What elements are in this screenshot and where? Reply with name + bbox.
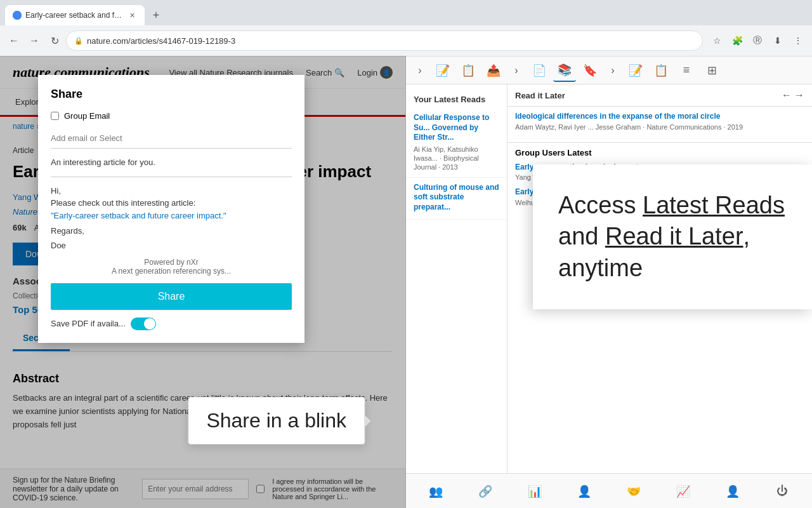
share-regards: Regards, [51, 226, 292, 236]
share-message: An interesting article for you. [51, 156, 292, 177]
tab-title: Early-career setback and future c... [25, 11, 123, 20]
bookmark-icon[interactable]: ☆ [708, 32, 726, 50]
latest-reads-title: Your Latest Reads [406, 90, 507, 108]
browser-chrome: Early-career setback and future c... ✕ +… [0, 0, 812, 57]
nav-bar: ← → ↻ 🔒 nature.com/articles/s41467-019-1… [0, 25, 812, 56]
article-reference-link[interactable]: "Early-career setback and future career … [51, 211, 226, 220]
email-input-row [51, 128, 292, 149]
svg-point-0 [13, 11, 22, 20]
tab-close-button[interactable]: ✕ [127, 10, 137, 20]
group-email-row: Group Email [51, 111, 292, 121]
reader-mode-icon[interactable]: Ⓡ [749, 32, 766, 50]
message-body-text: Please check out this interesting articl… [51, 197, 292, 210]
share-dialog-title: Share [51, 88, 292, 101]
email-input[interactable] [51, 128, 292, 149]
tab-favicon [13, 11, 22, 20]
save-pdf-row: Save PDF if availa... [51, 318, 292, 330]
ext-article-icon[interactable]: 📄 [528, 59, 551, 82]
message-body: Hi, Please check out this interesting ar… [51, 185, 292, 221]
refresh-button[interactable]: ↻ [46, 32, 63, 50]
ext-bottom-bar-icon[interactable]: 📈 [672, 480, 695, 503]
ext-bottom-power-icon[interactable]: ⏻ [771, 480, 794, 503]
extension-bottom-bar: 👥 🔗 📊 👤 🤝 📈 👤 ⏻ [406, 473, 812, 508]
ext-note2-icon[interactable]: 📝 [624, 59, 647, 82]
share-sender-name: Doe [51, 241, 292, 250]
active-tab[interactable]: Early-career setback and future c... ✕ [5, 5, 145, 25]
message-hi: Hi, [51, 185, 292, 197]
blink-text: Share in a blink [206, 409, 346, 432]
access-line1: Access Latest Reads [558, 192, 785, 218]
access-overlay-text: Access Latest Reads and Read it Later, a… [558, 190, 787, 284]
ext-copy-icon[interactable]: 📋 [457, 59, 480, 82]
share-dialog: Share Group Email An interesting article… [38, 75, 304, 343]
ext-expand-left-button[interactable]: › [411, 62, 429, 79]
read-later-item-1[interactable]: Ideological differences in the expanse o… [515, 112, 804, 131]
back-button[interactable]: ← [5, 32, 23, 50]
new-tab-button[interactable]: + [147, 6, 165, 24]
download-icon[interactable]: ⬇ [769, 32, 787, 50]
ext-reading-icon[interactable]: 📚 [553, 59, 576, 82]
ext-bottom-network-icon[interactable]: 🔗 [474, 480, 497, 503]
extension-container: › 📝 📋 📤 › 📄 📚 🔖 › 📝 📋 ≡ ⊞ Your Latest Re… [406, 57, 812, 508]
ext-expand-right-button[interactable]: › [508, 62, 525, 79]
ext-bottom-chart-icon[interactable]: 📊 [523, 480, 546, 503]
message-intro: An interesting article for you. [51, 156, 292, 169]
ext-bottom-group-icon[interactable]: 👥 [424, 480, 447, 503]
lock-icon: 🔒 [74, 37, 83, 45]
latest-read-item-1[interactable]: Cellular Response to Su... Governed by E… [406, 108, 507, 178]
access-line3: anytime [558, 255, 643, 281]
ext-list-icon[interactable]: ≡ [675, 59, 698, 82]
read-later-header: Read it Later ← → [508, 84, 812, 107]
main-area: nature communications View all Nature Re… [0, 57, 812, 508]
save-pdf-toggle[interactable] [131, 318, 156, 330]
ext-grid-icon[interactable]: ⊞ [700, 59, 723, 82]
ext-bottom-people-icon[interactable]: 👤 [573, 480, 596, 503]
group-email-checkbox[interactable] [51, 112, 59, 120]
ext-bottom-person-icon[interactable]: 👤 [721, 480, 744, 503]
save-pdf-label: Save PDF if availa... [51, 319, 126, 328]
latest-read-meta-1: Ai Kia Yip, Katsuhiko Iwasa... · Biophys… [414, 145, 499, 172]
access-latest-reads-overlay: Access Latest Reads and Read it Later, a… [533, 164, 812, 309]
blink-arrow-right [364, 415, 370, 427]
read-later-nav: ← → [782, 90, 804, 101]
extensions-icon[interactable]: 🧩 [728, 32, 746, 50]
ext-share-icon[interactable]: 📤 [482, 59, 505, 82]
group-users-title: Group Users Latest [515, 148, 804, 157]
address-text: nature.com/articles/s41467-019-12189-3 [87, 36, 235, 46]
ext-toolbar-icon3[interactable]: 🔖 [579, 59, 601, 82]
powered-by-label: Powered by nXr A next generation referen… [51, 258, 292, 276]
ext-bottom-share-icon[interactable]: 🤝 [622, 480, 645, 503]
read-later-title: Read it Later [515, 91, 565, 100]
latest-read-item-2[interactable]: Culturing of mouse and soft substrate pr… [406, 178, 507, 220]
read-later-item-title-1: Ideological differences in the expanse o… [515, 112, 804, 122]
group-email-label: Group Email [64, 111, 110, 121]
latest-read-title-1: Cellular Response to Su... Governed by E… [414, 113, 499, 143]
menu-icon[interactable]: ⋮ [789, 32, 807, 50]
address-bar[interactable]: 🔒 nature.com/articles/s41467-019-12189-3 [66, 30, 703, 51]
read-later-items: Ideological differences in the expanse o… [508, 107, 812, 142]
share-submit-button[interactable]: Share [51, 283, 292, 310]
read-later-prev-button[interactable]: ← [782, 90, 792, 101]
forward-button[interactable]: → [25, 32, 43, 50]
nav-icons: ☆ 🧩 Ⓡ ⬇ ⋮ [708, 32, 807, 50]
latest-reads-column: Your Latest Reads Cellular Response to S… [406, 84, 508, 508]
extension-toolbar: › 📝 📋 📤 › 📄 📚 🔖 › 📝 📋 ≡ ⊞ [406, 57, 812, 84]
share-in-a-blink-overlay: Share in a blink [188, 397, 365, 444]
ext-expand-right2-button[interactable]: › [604, 62, 622, 79]
access-line2: and Read it Later, [558, 223, 750, 250]
read-later-next-button[interactable]: → [794, 90, 804, 101]
ext-copy2-icon[interactable]: 📋 [650, 59, 672, 82]
ext-notes-icon[interactable]: 📝 [431, 59, 454, 82]
latest-read-title-2: Culturing of mouse and soft substrate pr… [414, 183, 499, 213]
tab-bar: Early-career setback and future c... ✕ + [0, 0, 812, 25]
read-later-item-meta-1: Adam Waytz, Ravi Iyer ... Jesse Graham ·… [515, 123, 804, 131]
